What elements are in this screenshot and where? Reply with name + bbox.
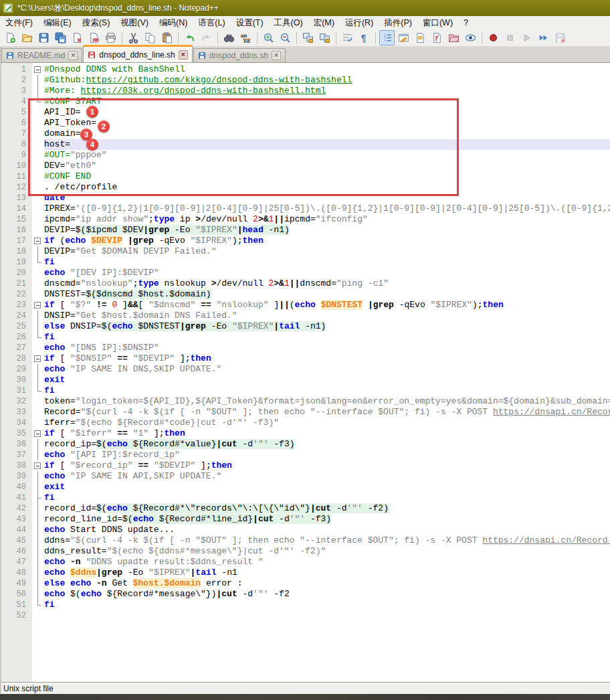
- code-editor[interactable]: 1#Dnspod DDNS with BashShell2#Github:htt…: [0, 63, 610, 682]
- code-text[interactable]: echo "[DNS IP]:$DNSIP": [44, 343, 610, 353]
- code-text[interactable]: iferr="$(echo ${Record#*code}|cut -d'"' …: [44, 418, 610, 428]
- fold-marker-icon[interactable]: [32, 460, 44, 471]
- code-text[interactable]: exit: [44, 482, 610, 493]
- code-text[interactable]: DEVIP=$($ipcmd $DEV|grep -Eo "$IPREX"|he…: [44, 225, 610, 236]
- code-text[interactable]: ipcmd="ip addr show";type ip >/dev/null …: [44, 214, 610, 225]
- code-text[interactable]: Record="$(curl -4 -k $(if [ -n "$OUT" ];…: [44, 407, 610, 418]
- code-text[interactable]: else DNSIP=$(echo $DNSTEST|grep -Eo "$IP…: [44, 321, 610, 332]
- code-text[interactable]: fi: [44, 493, 610, 503]
- menu-item-5[interactable]: 语言(L): [193, 16, 230, 29]
- close-icon[interactable]: [70, 30, 85, 46]
- code-text[interactable]: DNSIP="Get $host.$domain DNS Failed.": [44, 311, 610, 321]
- code-text[interactable]: DEV="eth0": [44, 161, 610, 171]
- code-text[interactable]: echo "[DEV IP]:$DEVIP": [44, 268, 610, 278]
- user-defined-dialog-icon[interactable]: [396, 30, 411, 46]
- code-text[interactable]: record_id=$(echo ${Record#*\"records\"\:…: [44, 503, 610, 514]
- redo-icon[interactable]: [199, 30, 214, 46]
- replace-icon[interactable]: abba: [238, 30, 253, 46]
- menu-item-9[interactable]: 运行(R): [340, 16, 379, 29]
- tab-readme-md[interactable]: README.md×: [1, 48, 82, 62]
- fold-marker-icon[interactable]: [32, 300, 44, 311]
- code-text[interactable]: ddns="$(curl -4 -k $(if [ -n "$OUT" ]; t…: [44, 535, 610, 546]
- code-text[interactable]: echo -n "DDNS upadte result:$ddns_result…: [44, 557, 610, 567]
- menu-item-11[interactable]: 窗口(W): [417, 16, 458, 29]
- code-text[interactable]: exit: [44, 375, 610, 385]
- menu-item-4[interactable]: 编码(N): [154, 16, 193, 29]
- code-text[interactable]: if [ "$record_ip" == "$DEVIP" ];then: [44, 460, 610, 471]
- find-icon[interactable]: [221, 30, 237, 46]
- macro-record-icon[interactable]: [486, 30, 501, 46]
- code-text[interactable]: date: [44, 193, 610, 203]
- menu-item-6[interactable]: 设置(T): [231, 16, 269, 29]
- macro-stop-icon[interactable]: [502, 30, 518, 46]
- menu-item-10[interactable]: 插件(P): [379, 16, 417, 29]
- code-text[interactable]: fi: [44, 600, 610, 610]
- new-file-icon[interactable]: [3, 30, 18, 46]
- sync-vertical-scroll-icon[interactable]: [300, 30, 316, 46]
- word-wrap-icon[interactable]: [340, 30, 355, 46]
- menu-item-3[interactable]: 视图(V): [115, 16, 154, 29]
- fold-marker-icon[interactable]: [32, 64, 44, 75]
- code-text[interactable]: #Dnspod DDNS with BashShell: [44, 64, 610, 75]
- code-text[interactable]: dnscmd="nslookup";type nslookup >/dev/nu…: [44, 278, 610, 289]
- code-text[interactable]: . /etc/profile: [44, 182, 610, 193]
- close-all-icon[interactable]: [86, 30, 102, 46]
- code-text[interactable]: fi: [44, 332, 610, 343]
- menu-item-1[interactable]: 编辑(E): [38, 16, 77, 29]
- macro-run-multiple-icon[interactable]: [536, 30, 551, 46]
- code-text[interactable]: API_ID=: [44, 107, 610, 118]
- monitoring-icon[interactable]: [463, 30, 478, 46]
- show-all-characters-icon[interactable]: ¶: [357, 30, 372, 46]
- save-icon[interactable]: [36, 30, 52, 46]
- macro-play-icon[interactable]: [519, 30, 534, 46]
- zoom-out-icon[interactable]: [278, 30, 293, 46]
- code-text[interactable]: echo "IP SAME IN DNS,SKIP UPDATE.": [44, 364, 610, 375]
- fold-marker-icon[interactable]: [32, 353, 44, 364]
- code-text[interactable]: if [ "$DNSIP" == "$DEVIP" ];then: [44, 353, 610, 364]
- menu-item-12[interactable]: ?: [458, 16, 474, 29]
- menu-item-7[interactable]: 工具(O): [269, 16, 308, 29]
- code-text[interactable]: echo $(echo ${Record#*message\"})|cut -d…: [44, 589, 610, 600]
- code-text[interactable]: echo Start DDNS update...: [44, 525, 610, 535]
- sync-horizontal-scroll-icon[interactable]: [317, 30, 332, 46]
- folder-as-workspace-icon[interactable]: [446, 30, 462, 46]
- code-text[interactable]: domain=: [44, 128, 610, 139]
- tab-close-icon[interactable]: ×: [179, 50, 188, 60]
- code-text[interactable]: record_ip=$(echo ${Record#*value}|cut -d…: [44, 439, 610, 450]
- code-text[interactable]: host=: [44, 139, 610, 150]
- document-map-icon[interactable]: [413, 30, 428, 46]
- fold-marker-icon[interactable]: [32, 236, 44, 246]
- code-text[interactable]: echo "[API IP]:$record_ip": [44, 450, 610, 460]
- fold-marker-icon[interactable]: [32, 428, 44, 439]
- menu-item-2[interactable]: 搜索(S): [77, 16, 116, 29]
- show-indent-guide-icon[interactable]: [379, 30, 395, 46]
- tab-close-icon[interactable]: ×: [272, 51, 281, 60]
- code-text[interactable]: DNSTEST=$($dnscmd $host.$domain): [44, 289, 610, 300]
- menu-item-8[interactable]: 宏(M): [308, 16, 340, 29]
- macro-save-icon[interactable]: [552, 30, 568, 46]
- code-text[interactable]: record_line_id=$(echo ${Record#*line_id}…: [44, 514, 610, 525]
- code-text[interactable]: else echo -n Get $host.$domain error :: [44, 578, 610, 589]
- cut-icon[interactable]: [126, 30, 141, 46]
- print-icon[interactable]: [103, 30, 118, 46]
- code-text[interactable]: token="login_token=${API_ID},${API_Token…: [44, 396, 610, 407]
- tab-dnspod-ddns-line-sh[interactable]: dnspod_ddns_line.sh×: [83, 45, 192, 62]
- code-text[interactable]: echo $ddns|grep -Eo "$IPREX"|tail -n1: [44, 567, 610, 578]
- tab-dnspod-ddns-sh[interactable]: dnspod_ddns.sh×: [193, 48, 286, 62]
- code-text[interactable]: fi: [44, 385, 610, 396]
- code-text[interactable]: #CONF START: [44, 96, 610, 107]
- code-text[interactable]: #OUT="pppoe": [44, 150, 610, 161]
- zoom-in-icon[interactable]: [261, 30, 276, 46]
- code-text[interactable]: IPREX='([0-9]{1,2}|1[0-9][0-9]|2[0-4][0-…: [44, 203, 610, 214]
- paste-icon[interactable]: [159, 30, 175, 46]
- code-text[interactable]: echo "IP SAME IN API,SKIP UPDATE.": [44, 471, 610, 482]
- code-text[interactable]: [44, 610, 610, 621]
- code-text[interactable]: if (echo $DEVIP |grep -qEvo "$IPREX");th…: [44, 236, 610, 246]
- code-text[interactable]: if [ "$iferr" == "1" ];then: [44, 428, 610, 439]
- code-text[interactable]: #CONF END: [44, 171, 610, 182]
- tab-close-icon[interactable]: ×: [68, 51, 78, 60]
- function-list-icon[interactable]: f: [429, 30, 445, 46]
- open-file-icon[interactable]: [19, 30, 35, 46]
- code-text[interactable]: API_Token=: [44, 118, 610, 128]
- code-text[interactable]: if [ "$?" != 0 ]&&[ "$dnscmd" == "nslook…: [44, 300, 610, 311]
